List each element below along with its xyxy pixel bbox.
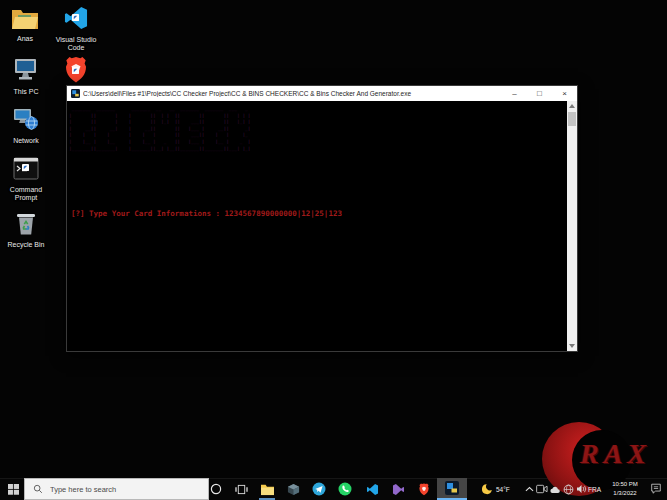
- search-icon: [33, 484, 43, 494]
- network-globe-icon[interactable]: [562, 483, 574, 495]
- console-prompt-line: [?] Type Your Card Informations : 123456…: [71, 209, 342, 218]
- network-globe-icon: [12, 106, 40, 132]
- maximize-button[interactable]: □: [527, 86, 552, 101]
- desktop-icon-this-pc[interactable]: This PC: [0, 57, 54, 96]
- desktop-icon-vscode[interactable]: Visual Studio Code: [48, 5, 104, 52]
- minimize-button[interactable]: –: [502, 86, 527, 101]
- close-button[interactable]: ×: [552, 86, 577, 101]
- crax-text: RAX: [580, 438, 651, 470]
- shortcut-arrow-icon: [72, 67, 79, 74]
- cortana-icon: [210, 483, 222, 495]
- volume-icon[interactable]: [575, 483, 587, 495]
- desktop-icon-network[interactable]: Network: [0, 106, 54, 145]
- desktop-icon-label: Recycle Bin: [0, 241, 54, 249]
- console-content[interactable]: _______ _______ _______ __ __ _______ __…: [67, 101, 577, 351]
- desktop-icon-label: Visual Studio Code: [48, 36, 104, 52]
- brave-icon: [418, 483, 430, 496]
- start-button[interactable]: [0, 478, 26, 500]
- meet-now-icon[interactable]: [536, 483, 548, 495]
- windows-logo-icon: [8, 484, 19, 495]
- visual-studio-button[interactable]: [385, 478, 411, 500]
- brave-button[interactable]: [411, 478, 437, 500]
- desktop-icon-label: Anas: [0, 35, 53, 43]
- vscode-icon: [63, 5, 89, 31]
- scroll-up-icon[interactable]: [569, 104, 575, 108]
- vertical-scrollbar[interactable]: [567, 101, 577, 351]
- whatsapp-button[interactable]: [332, 478, 358, 500]
- desktop-icon-label: This PC: [0, 88, 54, 96]
- task-view-icon: [235, 484, 248, 495]
- shortcut-arrow-icon: [22, 164, 29, 171]
- brave-icon: [63, 56, 89, 84]
- visual-studio-icon: [392, 483, 405, 496]
- chevron-up-icon[interactable]: [523, 483, 535, 495]
- clock-time: 10:50 PM: [605, 480, 645, 489]
- console-window: C:\Users\dell\Files #1\Projects\CC Check…: [66, 85, 578, 352]
- scrollbar-thumb[interactable]: [568, 112, 576, 126]
- task-view-button[interactable]: [228, 478, 254, 500]
- telegram-icon: [312, 482, 326, 496]
- taskbar: 54°F: [0, 478, 667, 500]
- whatsapp-icon: [338, 482, 352, 496]
- cube-icon: [287, 483, 300, 496]
- virtualbox-button[interactable]: [280, 478, 306, 500]
- window-title: C:\Users\dell\Files #1\Projects\CC Check…: [83, 90, 502, 97]
- desktop-icon-recycle-bin[interactable]: Recycle Bin: [0, 210, 54, 249]
- ascii-art-banner: _______ _______ _______ __ __ _______ __…: [69, 106, 251, 152]
- taskbar-search[interactable]: [24, 478, 209, 500]
- file-explorer-icon: [260, 483, 275, 496]
- weather-temperature[interactable]: 54°F: [496, 478, 510, 500]
- taskbar-clock[interactable]: 10:50 PM 1/3/2022: [605, 480, 645, 498]
- desktop-icon-label: Command Prompt: [0, 186, 54, 202]
- weather-moon-icon[interactable]: [481, 483, 493, 495]
- active-app-button[interactable]: [437, 478, 467, 500]
- recycle-bin-icon: [14, 210, 38, 236]
- action-center-icon[interactable]: [650, 482, 662, 494]
- vscode-icon: [366, 483, 379, 496]
- search-input[interactable]: [48, 484, 182, 495]
- cortana-button[interactable]: [203, 478, 229, 500]
- clock-date: 1/3/2022: [605, 489, 645, 498]
- onedrive-icon[interactable]: [549, 483, 561, 495]
- computer-icon: [12, 57, 40, 83]
- file-explorer-button[interactable]: [254, 478, 280, 500]
- command-prompt-icon: [13, 157, 39, 181]
- telegram-button[interactable]: [306, 478, 332, 500]
- desktop-icon-label: Network: [0, 137, 54, 145]
- app-window-icon: [71, 89, 80, 98]
- scroll-down-icon[interactable]: [569, 344, 575, 348]
- app-window-icon: [445, 481, 459, 495]
- language-indicator[interactable]: FRA: [588, 478, 601, 500]
- shortcut-arrow-icon: [72, 14, 79, 21]
- desktop-icon-anas[interactable]: Anas: [0, 6, 53, 43]
- window-titlebar[interactable]: C:\Users\dell\Files #1\Projects\CC Check…: [67, 86, 577, 101]
- folder-photo-icon: [11, 6, 39, 30]
- desktop-icon-command-prompt[interactable]: Command Prompt: [0, 157, 54, 202]
- desktop-screen: Anas Visual Studio Code This PC: [0, 0, 667, 500]
- vscode-button[interactable]: [359, 478, 385, 500]
